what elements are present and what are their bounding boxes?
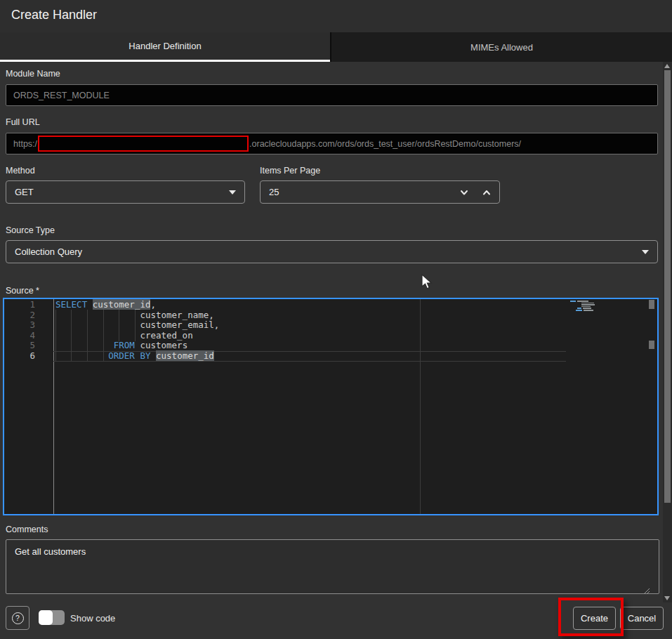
source-type-label: Source Type [6, 225, 55, 235]
minimap[interactable] [570, 301, 607, 312]
comments-textarea[interactable]: Get all customers [6, 539, 659, 594]
dialog-titlebar: Create Handler [0, 0, 672, 32]
tab-mimes-allowed[interactable]: MIMEs Allowed [330, 32, 672, 62]
stepper-decrement-button[interactable] [460, 188, 468, 197]
scroll-down-arrow-icon[interactable] [664, 596, 670, 600]
chevron-down-icon [460, 188, 468, 197]
resize-grip-icon[interactable] [643, 588, 651, 595]
full-url-field[interactable]: https:/ .oraclecloudapps.com/ords/ords_t… [6, 133, 658, 154]
source-type-value: Collection Query [15, 246, 82, 257]
overview-ruler-mark [649, 300, 654, 309]
items-per-page-value: 25 [269, 187, 279, 197]
stepper-increment-button[interactable] [482, 188, 491, 197]
source-code-editor[interactable]: 1SELECT customer_id,2 customer_name,3 cu… [3, 298, 659, 515]
annotation-highlight-box [558, 598, 624, 636]
items-per-page-stepper[interactable]: 25 [260, 180, 500, 204]
help-icon: ? [12, 612, 24, 624]
tab-label: MIMEs Allowed [470, 42, 533, 53]
scrollbar-thumb[interactable] [664, 70, 671, 503]
module-name-label: Module Name [6, 69, 60, 79]
dialog-title: Create Handler [11, 8, 97, 22]
annotation-redaction-box [38, 136, 249, 152]
method-select[interactable]: GET [6, 180, 245, 204]
toggle-knob [39, 610, 53, 625]
scroll-up-arrow-icon[interactable] [664, 64, 670, 68]
source-type-select[interactable]: Collection Query [6, 240, 658, 263]
vertical-scrollbar[interactable] [663, 62, 672, 602]
caret-down-icon [229, 190, 236, 195]
tab-label: Handler Definition [129, 41, 201, 51]
cancel-button[interactable]: Cancel [620, 607, 664, 630]
module-name-input[interactable] [6, 84, 658, 106]
method-label: Method [6, 166, 35, 176]
full-url-label: Full URL [6, 117, 40, 127]
required-marker: * [36, 286, 39, 296]
source-label: Source * [6, 286, 39, 296]
method-value: GET [15, 187, 34, 197]
full-url-prefix: https:/ [13, 139, 37, 149]
tab-handler-definition[interactable]: Handler Definition [0, 32, 330, 62]
show-code-toggle[interactable] [39, 610, 65, 625]
chevron-up-icon [482, 188, 491, 197]
show-code-label: Show code [70, 613, 115, 624]
comments-label: Comments [6, 525, 48, 534]
mouse-cursor-icon [420, 273, 434, 290]
help-button[interactable]: ? [6, 606, 29, 630]
items-per-page-label: Items Per Page [260, 166, 320, 176]
full-url-suffix: .oraclecloudapps.com/ords/ords_test_user… [249, 139, 521, 149]
overview-ruler-mark [649, 341, 654, 349]
code-lines: 1SELECT customer_id,2 customer_name,3 cu… [4, 300, 657, 362]
tab-bar: Handler Definition MIMEs Allowed [0, 32, 672, 62]
caret-down-icon [642, 250, 649, 254]
